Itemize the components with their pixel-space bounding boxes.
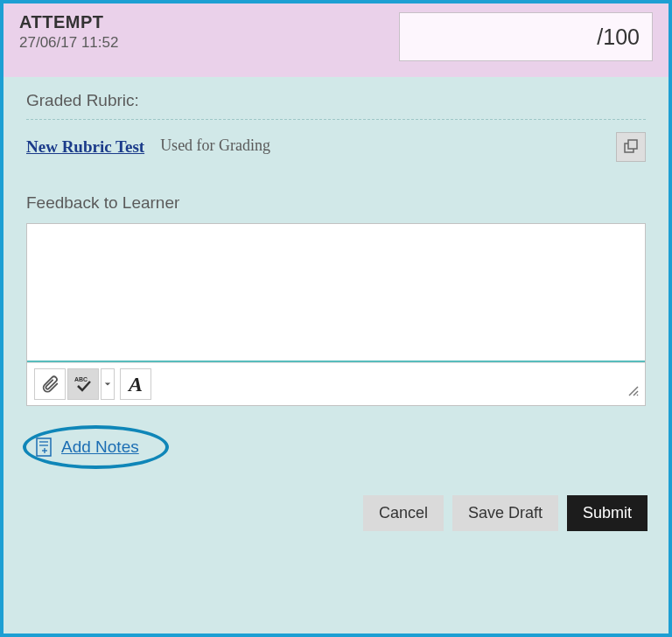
submit-button[interactable]: Submit xyxy=(567,495,648,531)
divider xyxy=(26,119,646,120)
chevron-down-icon xyxy=(104,381,111,388)
add-notes-label: Add Notes xyxy=(61,438,139,457)
body-section: Graded Rubric: New Rubric Test Used for … xyxy=(4,77,668,469)
copy-icon xyxy=(623,139,639,155)
feedback-editor: ABC A xyxy=(26,223,646,406)
attempt-title: ATTEMPT xyxy=(19,12,399,32)
attempt-date: 27/06/17 11:52 xyxy=(19,34,399,52)
spellcheck-button[interactable]: ABC xyxy=(67,368,99,400)
grade-input-box[interactable]: /100 xyxy=(399,12,653,61)
spellcheck-icon: ABC xyxy=(73,374,94,395)
grading-panel: ATTEMPT 27/06/17 11:52 /100 Graded Rubri… xyxy=(0,0,672,637)
cancel-button[interactable]: Cancel xyxy=(363,495,444,531)
rubric-link[interactable]: New Rubric Test xyxy=(26,137,144,157)
editor-toolbar: ABC A xyxy=(27,362,645,405)
attempt-info: ATTEMPT 27/06/17 11:52 xyxy=(19,12,399,52)
svg-rect-1 xyxy=(628,140,637,149)
attempt-header: ATTEMPT 27/06/17 11:52 /100 xyxy=(4,4,668,77)
action-buttons: Cancel Save Draft Submit xyxy=(4,469,668,531)
attachment-button[interactable] xyxy=(34,368,66,400)
grade-max-label: /100 xyxy=(597,24,640,50)
font-format-button[interactable]: A xyxy=(120,368,151,400)
feedback-label: Feedback to Learner xyxy=(26,193,646,213)
svg-text:ABC: ABC xyxy=(74,376,88,382)
spellcheck-dropdown[interactable] xyxy=(101,368,115,400)
attachment-icon xyxy=(40,374,60,394)
svg-line-5 xyxy=(637,395,638,396)
feedback-textarea[interactable] xyxy=(27,224,645,357)
svg-rect-6 xyxy=(37,438,51,456)
rubric-section-label: Graded Rubric: xyxy=(26,91,646,110)
svg-line-4 xyxy=(634,391,638,396)
font-format-icon: A xyxy=(129,373,143,396)
save-draft-button[interactable]: Save Draft xyxy=(452,495,558,531)
rubric-expand-button[interactable] xyxy=(616,132,646,162)
notes-icon xyxy=(35,438,52,457)
svg-line-3 xyxy=(629,387,638,396)
rubric-status: Used for Grading xyxy=(160,136,270,155)
resize-handle-icon xyxy=(627,383,640,402)
add-notes-button[interactable]: Add Notes xyxy=(23,425,169,469)
rubric-row: New Rubric Test Used for Grading xyxy=(26,132,646,162)
